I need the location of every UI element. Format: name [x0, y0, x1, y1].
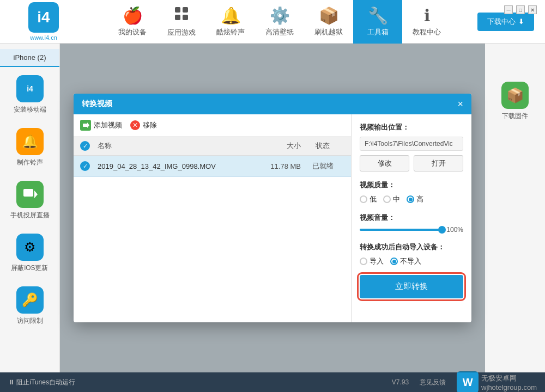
table-header: ✓ 名称 大小 状态: [74, 137, 351, 156]
import-yes-label: 导入: [370, 256, 384, 266]
col-status-header: 状态: [301, 141, 344, 151]
nav-item-ringtone[interactable]: 🔔 酷炫铃声: [206, 0, 255, 44]
table-row[interactable]: ✓ 2019_04_28_13_42_IMG_0998.MOV 11.78 MB…: [74, 156, 351, 177]
device-icon: 🍎: [123, 6, 143, 25]
nav-bar: 🍎 我的设备 应用游戏 🔔 酷炫铃声 ⚙️ 高清壁纸 📦 刷机越狱 🔧 工具箱 …: [82, 0, 477, 44]
nav-label-tutorial: 教程中心: [413, 27, 441, 37]
content-area: 转换视频 × 添加视频: [60, 44, 485, 372]
add-icon: [80, 120, 91, 131]
quality-mid-circle: [383, 195, 391, 203]
nav-item-device[interactable]: 🍎 我的设备: [108, 0, 157, 44]
quality-high-label: 高: [416, 194, 423, 204]
right-item-firmware[interactable]: 📦 下载固件: [491, 76, 540, 126]
volume-slider-thumb[interactable]: [438, 226, 446, 234]
volume-slider-track[interactable]: [360, 229, 442, 231]
nav-item-jailbreak[interactable]: 📦 刷机越狱: [304, 0, 353, 44]
nav-label-wallpaper: 高清壁纸: [265, 27, 294, 37]
import-no[interactable]: 不导入: [390, 256, 421, 266]
output-path-group: 视频输出位置： F:\i4Tools7\Files\ConvertedVic 修…: [360, 122, 463, 171]
quality-low[interactable]: 低: [360, 194, 377, 204]
watermark-text: 无极安卓网wjhotelgroup.com: [481, 373, 537, 391]
nav-label-toolbox: 工具箱: [367, 27, 389, 37]
row-checkbox[interactable]: ✓: [80, 161, 90, 171]
open-path-button[interactable]: 打开: [414, 155, 463, 171]
download-arrow-icon: ⬇: [518, 17, 524, 26]
volume-group: 视频音量： 100%: [360, 213, 463, 234]
dialog-title: 转换视频: [82, 99, 112, 109]
sidebar-item-ios-block[interactable]: ⚙ 屏蔽iOS更新: [5, 228, 55, 278]
status-right: V7.93 意见反馈 W 无极安卓网wjhotelgroup.com: [392, 371, 537, 392]
minimize-button[interactable]: ─: [504, 5, 513, 14]
modify-path-button[interactable]: 修改: [360, 155, 409, 171]
nav-item-wallpaper[interactable]: ⚙️ 高清壁纸: [255, 0, 304, 44]
restore-button[interactable]: □: [516, 5, 525, 14]
import-no-label: 不导入: [400, 256, 421, 266]
convert-button[interactable]: 立即转换: [360, 275, 463, 298]
volume-slider-row: 100%: [360, 226, 463, 234]
import-group: 转换成功后自动导入设备： 导入 不导入: [360, 242, 463, 266]
quality-high[interactable]: 高: [407, 194, 423, 204]
dialog-close-button[interactable]: ×: [457, 99, 463, 109]
nav-label-device: 我的设备: [118, 27, 147, 37]
logo-area: i4 www.i4.cn: [5, 2, 82, 41]
close-button[interactable]: ✕: [528, 5, 537, 14]
version-label: V7.93: [392, 378, 409, 386]
sidebar-item-screen[interactable]: 手机投屏直播: [5, 175, 55, 225]
svg-rect-2: [175, 15, 180, 20]
nav-item-apps[interactable]: 应用游戏: [157, 0, 206, 44]
nav-label-jailbreak: 刷机越狱: [314, 27, 343, 37]
row-name-col: ✓ 2019_04_28_13_42_IMG_0998.MOV: [80, 161, 252, 171]
sidebar: iPhone (2) i4 安装移动端 🔔 制作铃声 手机投屏直播 ⚙ 屏蔽iO…: [0, 44, 60, 372]
wallpaper-icon: ⚙️: [270, 6, 290, 25]
convert-video-dialog: 转换视频 × 添加视频: [74, 94, 471, 322]
download-center-label: 下载中心: [487, 17, 516, 27]
volume-label: 视频音量：: [360, 213, 463, 223]
watermark-icon: W: [457, 371, 479, 392]
quality-mid-label: 中: [393, 194, 400, 204]
output-label: 视频输出位置：: [360, 122, 463, 132]
path-buttons: 修改 打开: [360, 155, 463, 171]
tutorial-icon: ℹ: [424, 6, 430, 25]
row-status: 已就绪: [301, 161, 344, 171]
quality-radio-group: 低 中 高: [360, 194, 463, 204]
nav-item-tutorial[interactable]: ℹ 教程中心: [402, 0, 451, 44]
add-video-label: 添加视频: [94, 120, 122, 130]
remove-button[interactable]: ✕ 移除: [130, 120, 157, 130]
watermark: W 无极安卓网wjhotelgroup.com: [457, 371, 537, 392]
app-logo: i4: [28, 2, 59, 33]
sidebar-label-ringtone: 制作铃声: [17, 158, 43, 167]
ringtone-icon: 🔔: [221, 6, 241, 25]
nav-item-toolbox[interactable]: 🔧 工具箱: [353, 0, 402, 44]
volume-slider-fill: [360, 229, 442, 231]
sidebar-item-install[interactable]: i4 安装移动端: [5, 70, 55, 120]
quality-mid[interactable]: 中: [383, 194, 400, 204]
right-panel: 📦 下载固件: [485, 44, 545, 372]
device-tab[interactable]: iPhone (2): [0, 49, 59, 67]
itunes-status[interactable]: ⏸ 阻止iTunes自动运行: [8, 378, 75, 387]
sidebar-label-ios-block: 屏蔽iOS更新: [11, 264, 48, 273]
quality-low-circle: [360, 195, 367, 203]
output-path-value: F:\i4Tools7\Files\ConvertedVic: [360, 137, 463, 151]
sidebar-ringtone-icon: 🔔: [16, 128, 44, 155]
download-center-button[interactable]: 下载中心 ⬇: [477, 13, 534, 31]
dialog-toolbar: 添加视频 ✕ 移除: [74, 114, 351, 137]
window-controls: ─ □ ✕: [504, 5, 537, 14]
import-yes[interactable]: 导入: [360, 256, 384, 266]
import-radio-group: 导入 不导入: [360, 256, 463, 266]
quality-label: 视频质量：: [360, 180, 463, 190]
feedback-button[interactable]: 意见反馈: [420, 378, 446, 387]
dialog-title-bar: 转换视频 ×: [74, 94, 471, 114]
sidebar-item-ringtone[interactable]: 🔔 制作铃声: [5, 122, 55, 173]
dialog-body: 添加视频 ✕ 移除 ✓ 名称: [74, 114, 471, 322]
header-checkbox[interactable]: ✓: [80, 141, 90, 151]
quality-low-label: 低: [370, 194, 377, 204]
import-no-circle: [390, 258, 398, 265]
title-bar: i4 www.i4.cn 🍎 我的设备 应用游戏 🔔 酷炫铃声 ⚙️ 高清壁纸 …: [0, 0, 545, 44]
sidebar-item-restriction[interactable]: 🔑 访问限制: [5, 281, 55, 331]
firmware-icon: 📦: [501, 82, 529, 109]
add-video-button[interactable]: 添加视频: [80, 120, 122, 131]
volume-percent: 100%: [446, 226, 463, 234]
quality-group: 视频质量： 低 中: [360, 180, 463, 204]
row-filename: 2019_04_28_13_42_IMG_0998.MOV: [98, 162, 252, 170]
jailbreak-icon: 📦: [319, 6, 339, 25]
